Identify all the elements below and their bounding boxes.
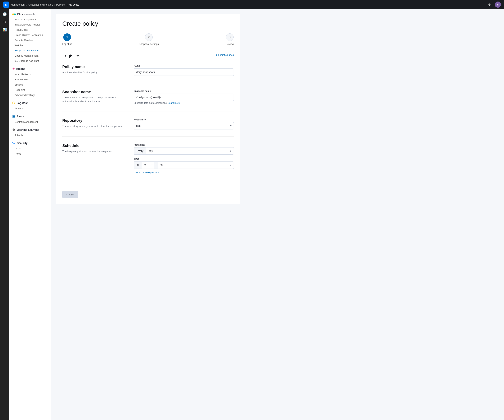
policy-name-label: Name <box>134 65 234 67</box>
info-icon: ℹ <box>216 53 217 57</box>
time-minute-input[interactable] <box>158 162 227 168</box>
frequency-arrow: ▾ <box>230 149 234 152</box>
logistics-docs-link[interactable]: ℹ Logistics docs <box>216 53 234 57</box>
step-3-label: Review <box>226 42 234 45</box>
policy-name-input[interactable] <box>134 68 234 76</box>
logistics-title: Logistics <box>62 53 80 59</box>
nav-group-label-elasticsearch: Elasticsearch <box>17 13 35 16</box>
user-avatar[interactable]: e <box>495 1 501 8</box>
top-nav-icons: ⚙ e <box>486 1 501 8</box>
sidebar-item-snapshot-restore[interactable]: Snapshot and Restore <box>9 48 51 53</box>
policy-name-left: Policy name A unique identifier for this… <box>62 65 127 76</box>
time-row: At 0001020304050607080910111213141516171… <box>134 162 234 169</box>
breadcrumb-policies[interactable]: Policies <box>56 3 65 6</box>
chart-icon[interactable]: 📊 <box>1 26 8 33</box>
breadcrumb-sep-1: / <box>26 3 27 6</box>
policy-name-title: Policy name <box>62 65 127 69</box>
security-icon: 🛡 <box>12 141 15 145</box>
repository-select[interactable]: test <box>134 122 234 129</box>
policy-name-desc: A unique identifier for this policy. <box>62 71 127 74</box>
nav-group-header-logstash: ⬡ Logstash <box>9 99 51 106</box>
ml-icon: ⚙ <box>12 128 15 132</box>
step-3: 3 Review <box>226 33 234 45</box>
stepper: 1 Logistics 2 Snapshot settings 3 Review <box>62 33 234 45</box>
clock-icon[interactable]: 🕐 <box>1 11 8 18</box>
nav-group-label-logstash: Logstash <box>17 102 28 105</box>
breadcrumb-management[interactable]: Management <box>11 3 25 6</box>
beats-icon: ▣ <box>12 114 15 118</box>
repository-section: Repository The repository where you want… <box>62 118 234 137</box>
frequency-prefix: Every <box>134 147 146 154</box>
snapshot-name-left: Snapshot name The name for the snapshots… <box>62 90 127 104</box>
nav-group-logstash: ⬡ Logstash Pipelines <box>9 99 51 111</box>
sidebar-item-roles[interactable]: Roles <box>9 151 51 156</box>
search-icon[interactable]: ⊙ <box>1 18 8 25</box>
schedule-title: Schedule <box>62 144 127 148</box>
step-3-circle: 3 <box>226 33 234 41</box>
snapshot-name-label: Snapshot name <box>134 90 234 92</box>
nav-group-label-beats: Beats <box>17 115 24 118</box>
step-2: 2 Snapshot settings <box>139 33 159 45</box>
learn-more-link[interactable]: Learn more <box>168 102 180 104</box>
schedule-desc: The frequency at which to take the snaps… <box>62 149 127 153</box>
breadcrumb-sep-2: / <box>54 3 55 6</box>
sidebar-item-saved-objects[interactable]: Saved Objects <box>9 77 51 82</box>
kibana-icon: ✦ <box>12 67 15 71</box>
sidebar-item-index-lifecycle-policies[interactable]: Index Lifecycle Policies <box>9 22 51 27</box>
next-button[interactable]: › Next <box>62 191 78 198</box>
content-panel: Create policy 1 Logistics 2 Snapshot set… <box>56 14 240 204</box>
snapshot-name-section: Snapshot name The name for the snapshots… <box>62 90 234 111</box>
sidebar-item-jobs-list[interactable]: Jobs list <box>9 133 51 138</box>
time-minute-wrapper <box>158 162 227 168</box>
form-footer: › Next <box>62 188 234 198</box>
snapshot-name-helper: Supports date math expressions. Learn mo… <box>134 102 234 104</box>
sidebar-item-upgrade-assistant[interactable]: 9.0 Upgrade Assistant <box>9 58 51 63</box>
left-navigation: Elasticsearch Index Management Index Lif… <box>9 9 51 420</box>
repository-label: Repository <box>134 118 234 121</box>
frequency-label: Frequency <box>134 144 234 146</box>
app-logo[interactable]: D <box>3 1 9 8</box>
breadcrumb-snapshot-restore[interactable]: Snapshot and Restore <box>28 3 53 6</box>
cron-expression-link[interactable]: Create cron expression <box>134 171 234 174</box>
elasticsearch-icon <box>12 13 16 15</box>
snapshot-name-title: Snapshot name <box>62 90 127 94</box>
step-1: 1 Logistics <box>62 33 72 45</box>
sidebar-item-pipelines[interactable]: Pipelines <box>9 106 51 111</box>
snapshot-name-input[interactable] <box>134 94 234 101</box>
sidebar-item-users[interactable]: Users <box>9 146 51 151</box>
step-1-label: Logistics <box>62 42 72 45</box>
nav-group-kibana: ✦ Kibana Index Patterns Saved Objects Sp… <box>9 65 51 98</box>
breadcrumb-current: Add policy <box>68 3 79 6</box>
sidebar-item-reporting[interactable]: Reporting <box>9 87 51 92</box>
time-hour-wrapper: 0001020304050607080910111213141516171819… <box>142 162 154 168</box>
sidebar-item-index-patterns[interactable]: Index Patterns <box>9 72 51 77</box>
page-title: Create policy <box>62 20 234 27</box>
time-label: Time <box>134 158 234 160</box>
sidebar-item-index-management[interactable]: Index Management <box>9 17 51 22</box>
schedule-section: Schedule The frequency at which to take … <box>62 144 234 181</box>
nav-group-label-security: Security <box>17 142 27 145</box>
schedule-right: Frequency Every dayhourminute ▾ Time At … <box>134 144 234 174</box>
nav-group-beats: ▣ Beats Central Management <box>9 113 51 125</box>
time-separator: : <box>154 162 158 168</box>
sidebar-item-remote-clusters[interactable]: Remote Clusters <box>9 38 51 43</box>
sidebar-item-cross-cluster-replication[interactable]: Cross-Cluster Replication <box>9 32 51 38</box>
next-icon: › <box>66 193 67 196</box>
schedule-left: Schedule The frequency at which to take … <box>62 144 127 174</box>
sidebar-item-license-management[interactable]: License Management <box>9 53 51 58</box>
repository-title: Repository <box>62 118 127 123</box>
sidebar-item-watcher[interactable]: Watcher <box>9 43 51 48</box>
sidebar-item-advanced-settings[interactable]: Advanced Settings <box>9 92 51 98</box>
time-hour-select[interactable]: 0001020304050607080910111213141516171819… <box>142 162 151 168</box>
sidebar-item-central-management[interactable]: Central Management <box>9 119 51 125</box>
sidebar-item-spaces[interactable]: Spaces <box>9 82 51 87</box>
breadcrumb: Management / Snapshot and Restore / Poli… <box>11 3 485 6</box>
settings-icon[interactable]: ⚙ <box>486 1 492 8</box>
sidebar-item-rollup-jobs[interactable]: Rollup Jobs <box>9 27 51 32</box>
time-at-label: At <box>134 162 142 168</box>
next-label: Next <box>69 193 74 196</box>
step-1-circle: 1 <box>63 33 71 41</box>
frequency-select[interactable]: dayhourminute <box>146 147 230 154</box>
top-navigation: D Management / Snapshot and Restore / Po… <box>0 0 504 9</box>
repository-right: Repository test ▾ <box>134 118 234 129</box>
